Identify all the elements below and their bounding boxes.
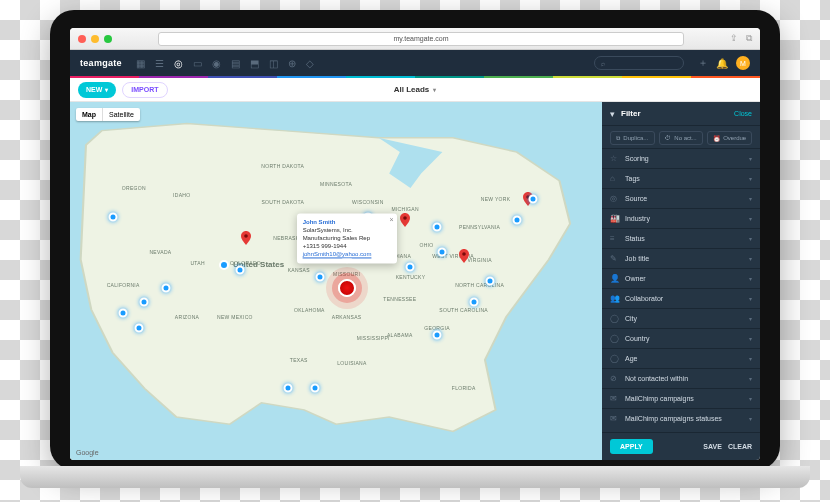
- map-view[interactable]: Map Satellite United States CALIFORNIANE…: [70, 102, 602, 460]
- state-label: NEW MEXICO: [217, 314, 253, 320]
- lead-info-popup: × John Smith SolarSystems, Inc. Manufact…: [297, 213, 397, 263]
- map-pin-icon[interactable]: [459, 249, 469, 263]
- new-button[interactable]: NEW▾: [78, 82, 116, 98]
- state-label: KANSAS: [288, 267, 310, 273]
- map-marker[interactable]: [236, 266, 245, 275]
- quick-filter-chip[interactable]: ⏰Overdue: [707, 131, 752, 145]
- map-marker[interactable]: [470, 298, 479, 307]
- map-marker[interactable]: [438, 248, 447, 257]
- filter-row[interactable]: ≡Status▾: [602, 228, 760, 248]
- state-label: NORTH CAROLINA: [455, 282, 504, 288]
- filter-row-icon: ≡: [610, 234, 619, 243]
- chevron-down-icon: ▾: [749, 395, 752, 402]
- import-button[interactable]: IMPORT: [122, 82, 167, 98]
- nav-leads-icon[interactable]: ◎: [174, 58, 183, 69]
- filter-row[interactable]: ✉MailChimp campaigns▾: [602, 388, 760, 408]
- state-label: ALABAMA: [387, 332, 413, 338]
- map-marker[interactable]: [406, 262, 415, 271]
- nav-contacts-icon[interactable]: ☰: [155, 58, 164, 69]
- satellite-button[interactable]: Satellite: [103, 108, 140, 121]
- quick-filter-chip[interactable]: ⏱No act...: [659, 131, 704, 145]
- nav-pipeline-icon[interactable]: ◉: [212, 58, 221, 69]
- nav-icons: ▦ ☰ ◎ ▭ ◉ ▤ ⬒ ◫ ⊕ ◇: [136, 58, 314, 69]
- filter-row[interactable]: 👥Collaborator▾: [602, 288, 760, 308]
- state-label: MISSOURI: [333, 271, 360, 277]
- filter-header: ▾ Filter Close: [602, 102, 760, 126]
- chip-icon: ⏰: [713, 135, 720, 142]
- map-pin-icon[interactable]: [241, 231, 251, 245]
- filter-row-icon: ◯: [610, 354, 619, 363]
- popup-close-icon[interactable]: ×: [390, 215, 394, 224]
- filter-close-link[interactable]: Close: [734, 110, 752, 117]
- map-marker[interactable]: [512, 216, 521, 225]
- map-marker[interactable]: [310, 384, 319, 393]
- user-avatar[interactable]: M: [736, 56, 750, 70]
- map-marker[interactable]: [140, 298, 149, 307]
- map-marker[interactable]: [161, 284, 170, 293]
- share-icon[interactable]: ⇪: [730, 33, 738, 44]
- popup-email[interactable]: johnSmith10@yahoo.com: [303, 251, 391, 259]
- map-marker[interactable]: [316, 273, 325, 282]
- filter-row-label: Source: [625, 195, 743, 202]
- add-icon[interactable]: ＋: [698, 56, 708, 70]
- nav-mail-icon[interactable]: ◫: [269, 58, 278, 69]
- nav-goals-icon[interactable]: ⊕: [288, 58, 296, 69]
- filter-row[interactable]: ◯Country▾: [602, 328, 760, 348]
- map-marker[interactable]: [108, 212, 117, 221]
- map-pin-icon[interactable]: [400, 213, 410, 227]
- maximize-window-icon[interactable]: [104, 35, 112, 43]
- filter-row[interactable]: 🏭Industry▾: [602, 208, 760, 228]
- chevron-down-icon: ▾: [749, 415, 752, 422]
- view-title[interactable]: All Leads: [394, 85, 437, 94]
- nav-dashboard-icon[interactable]: ▦: [136, 58, 145, 69]
- filter-row[interactable]: ⊘Not contacted within▾: [602, 368, 760, 388]
- brand-logo[interactable]: teamgate: [80, 58, 122, 68]
- map-marker[interactable]: [486, 277, 495, 286]
- state-label: MINNESOTA: [320, 181, 352, 187]
- map-marker[interactable]: [119, 309, 128, 318]
- nav-reports-icon[interactable]: ⬒: [250, 58, 259, 69]
- chevron-down-icon: ▾: [749, 175, 752, 182]
- apply-button[interactable]: APPLY: [610, 439, 653, 454]
- chevron-down-icon: ▾: [749, 275, 752, 282]
- map-button[interactable]: Map: [76, 108, 103, 121]
- filter-row-icon: 🏭: [610, 214, 619, 223]
- filter-panel: ▾ Filter Close ⧉Duplica...⏱No act...⏰Ove…: [602, 102, 760, 460]
- filter-row[interactable]: ◯Age▾: [602, 348, 760, 368]
- map-marker[interactable]: [135, 323, 144, 332]
- filter-row[interactable]: ◎Source▾: [602, 188, 760, 208]
- popup-name[interactable]: John Smith: [303, 218, 391, 226]
- quick-filter-chip[interactable]: ⧉Duplica...: [610, 131, 655, 145]
- address-bar[interactable]: my.teamgate.com: [158, 32, 684, 46]
- nav-deals-icon[interactable]: ▭: [193, 58, 202, 69]
- nav-more-icon[interactable]: ◇: [306, 58, 314, 69]
- nav-calendar-icon[interactable]: ▤: [231, 58, 240, 69]
- state-label: PENNSYLVANIA: [459, 224, 500, 230]
- state-label: LOUISIANA: [337, 360, 366, 366]
- filter-row[interactable]: ◯City▾: [602, 308, 760, 328]
- tabs-icon[interactable]: ⧉: [746, 33, 752, 44]
- map-marker-hot[interactable]: [338, 279, 356, 297]
- notifications-icon[interactable]: 🔔: [716, 58, 728, 69]
- filter-footer: APPLY SAVE CLEAR: [602, 432, 760, 460]
- filter-row[interactable]: 👤Owner▾: [602, 268, 760, 288]
- map-marker[interactable]: [433, 330, 442, 339]
- filter-row[interactable]: ✎Job title▾: [602, 248, 760, 268]
- close-window-icon[interactable]: [78, 35, 86, 43]
- map-marker[interactable]: [433, 223, 442, 232]
- filter-row[interactable]: ⌂Tags▾: [602, 168, 760, 188]
- state-label: OKLAHOMA: [294, 307, 325, 313]
- state-label: MISSISSIPPI: [357, 335, 390, 341]
- filter-row-label: Owner: [625, 275, 743, 282]
- filter-row[interactable]: ✉MailChimp campaigns statuses▾: [602, 408, 760, 428]
- save-filter-link[interactable]: SAVE: [703, 443, 722, 450]
- map-marker[interactable]: [528, 194, 537, 203]
- clear-filter-link[interactable]: CLEAR: [728, 443, 752, 450]
- popup-role: Manufacturing Sales Rep: [303, 234, 391, 242]
- filter-row-label: Status: [625, 235, 743, 242]
- map-marker[interactable]: [284, 384, 293, 393]
- global-search-input[interactable]: ⌕: [594, 56, 684, 70]
- minimize-window-icon[interactable]: [91, 35, 99, 43]
- filter-row[interactable]: ☆Scoring▾: [602, 148, 760, 168]
- chip-icon: ⏱: [665, 135, 671, 141]
